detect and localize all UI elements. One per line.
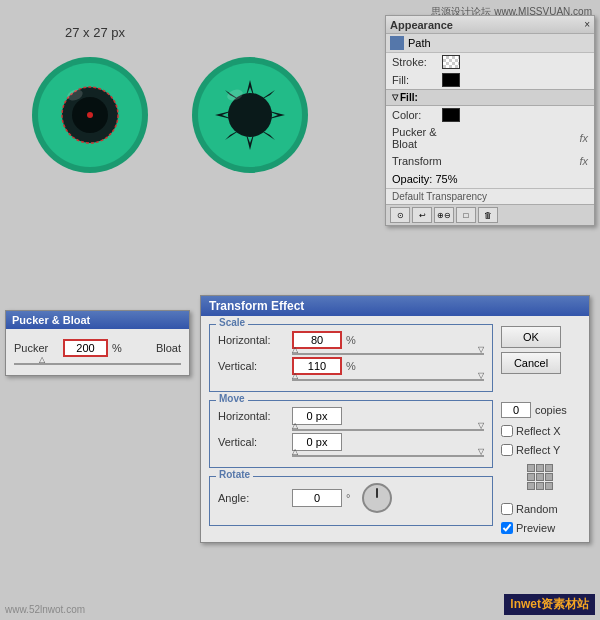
canvas-label: 27 x 27 px <box>65 25 350 40</box>
grid-cell-5 <box>536 473 544 481</box>
ap-btn-3[interactable]: ⊕⊖ <box>434 207 454 223</box>
fill-swatch[interactable] <box>442 73 460 87</box>
pucker-body: Pucker % Bloat <box>6 329 189 375</box>
grid-cell-3 <box>545 464 553 472</box>
angle-input[interactable] <box>292 489 342 507</box>
reflect-x-label: Reflect X <box>516 425 561 437</box>
ap-stroke-row: Stroke: <box>386 53 594 71</box>
ap-transform-row[interactable]: Transform fx <box>386 152 594 170</box>
pucker-slider[interactable] <box>14 363 181 365</box>
scale-v-slider[interactable]: △ ▽ <box>292 379 484 381</box>
ap-pucker-row[interactable]: Pucker & Bloat fx <box>386 124 594 152</box>
scale-v-unit: % <box>346 360 356 372</box>
move-v-input[interactable] <box>292 433 342 451</box>
appearance-panel: Appearance × Path Stroke: Fill: Fill: Co… <box>385 15 595 226</box>
grid-cell-8 <box>536 482 544 490</box>
appearance-titlebar: Appearance × <box>386 16 594 34</box>
pucker-panel-title: Pucker & Bloat <box>12 314 90 326</box>
random-row: Random <box>501 503 581 515</box>
move-horizontal-row: Horizontal: <box>218 407 484 425</box>
copies-label: copies <box>535 404 567 416</box>
cancel-button[interactable]: Cancel <box>501 352 561 374</box>
transform-right: OK Cancel copies Reflect X Reflect Y <box>501 324 581 534</box>
transform-panel: Transform Effect Scale Horizontal: % △ ▽ <box>200 295 590 543</box>
scale-horizontal-row: Horizontal: % <box>218 331 484 349</box>
move-v-slider[interactable]: △ ▽ <box>292 455 484 457</box>
ap-btn-4[interactable]: □ <box>456 207 476 223</box>
watermark-bottom: lnwet资素材站 <box>504 594 595 615</box>
scale-h-label: Horizontal: <box>218 334 288 346</box>
move-legend: Move <box>216 393 248 404</box>
ap-path-row: Path <box>386 34 594 53</box>
path-icon <box>390 36 404 50</box>
transform-grid-icon[interactable] <box>527 464 555 492</box>
angle-unit: ° <box>346 492 350 504</box>
stroke-swatch[interactable] <box>442 55 460 69</box>
ap-opacity-row: Opacity: 75% <box>386 170 594 188</box>
scale-v-slider-row: △ ▽ <box>218 379 484 381</box>
transform-panel-title: Transform Effect <box>209 299 304 313</box>
reflect-x-row: Reflect X <box>501 425 581 437</box>
appearance-body: Path Stroke: Fill: Fill: Color: Pucker &… <box>386 34 594 225</box>
scale-v-label: Vertical: <box>218 360 288 372</box>
rotate-dial[interactable] <box>362 483 392 513</box>
transform-body: Scale Horizontal: % △ ▽ Vertical: <box>201 316 589 542</box>
color-label: Color: <box>392 109 442 121</box>
preview-checkbox[interactable] <box>501 522 513 534</box>
fx2-label[interactable]: fx <box>579 155 588 167</box>
fx1-label[interactable]: fx <box>579 132 588 144</box>
rotate-section: Rotate Angle: ° <box>209 476 493 526</box>
transform-label: Transform <box>392 155 442 167</box>
svg-point-4 <box>87 112 93 118</box>
eyes-container <box>25 50 350 182</box>
scale-h-slider[interactable]: △ ▽ <box>292 353 484 355</box>
scale-h-input[interactable] <box>292 331 342 349</box>
reflect-y-checkbox[interactable] <box>501 444 513 456</box>
copies-row: copies <box>501 402 581 418</box>
copies-input[interactable] <box>501 402 531 418</box>
ap-btn-1[interactable]: ⊙ <box>390 207 410 223</box>
ap-btn-2[interactable]: ↩ <box>412 207 432 223</box>
pucker-slider-row <box>14 363 181 365</box>
reflect-y-label: Reflect Y <box>516 444 560 456</box>
random-checkbox[interactable] <box>501 503 513 515</box>
rotate-legend: Rotate <box>216 469 253 480</box>
move-h-slider[interactable]: △ ▽ <box>292 429 484 431</box>
fill-section-label: Fill: <box>400 92 418 103</box>
pucker-value-input[interactable] <box>63 339 108 357</box>
reflect-y-row: Reflect Y <box>501 444 581 456</box>
move-vertical-row: Vertical: <box>218 433 484 451</box>
pucker-pct: % <box>112 342 122 354</box>
appearance-close-button[interactable]: × <box>584 19 590 30</box>
grid-cell-6 <box>545 473 553 481</box>
ok-button[interactable]: OK <box>501 326 561 348</box>
random-label: Random <box>516 503 558 515</box>
move-section: Move Horizontal: △ ▽ Vertical: <box>209 400 493 468</box>
scale-v-input[interactable] <box>292 357 342 375</box>
ap-btn-5[interactable]: 🗑 <box>478 207 498 223</box>
ap-fill-row: Fill: <box>386 71 594 89</box>
scale-h-unit: % <box>346 334 356 346</box>
stroke-label: Stroke: <box>392 56 442 68</box>
watermark-bottom2: www.52lnwot.com <box>5 604 85 615</box>
reflect-x-checkbox[interactable] <box>501 425 513 437</box>
transform-left: Scale Horizontal: % △ ▽ Vertical: <box>209 324 493 534</box>
scale-h-slider-row: △ ▽ <box>218 353 484 355</box>
opacity-label: Opacity: 75% <box>392 173 457 185</box>
move-h-slider-row: △ ▽ <box>218 429 484 431</box>
canvas-area: 27 x 27 px <box>10 20 350 280</box>
scale-legend: Scale <box>216 317 248 328</box>
appearance-title: Appearance <box>390 19 453 31</box>
preview-label: Preview <box>516 522 555 534</box>
scale-vertical-row: Vertical: % <box>218 357 484 375</box>
grid-cell-4 <box>527 473 535 481</box>
right-eye <box>185 50 315 182</box>
ap-toolbar: ⊙ ↩ ⊕⊖ □ 🗑 <box>386 204 594 225</box>
fill-label: Fill: <box>392 74 442 86</box>
grid-cell-1 <box>527 464 535 472</box>
pucker-titlebar: Pucker & Bloat <box>6 311 189 329</box>
move-h-input[interactable] <box>292 407 342 425</box>
color-swatch[interactable] <box>442 108 460 122</box>
preview-row: Preview <box>501 522 581 534</box>
pucker-label: Pucker & Bloat <box>392 126 442 150</box>
